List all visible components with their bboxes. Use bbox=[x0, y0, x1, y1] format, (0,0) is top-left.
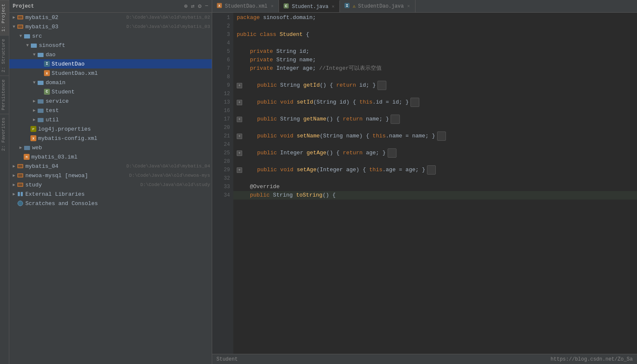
fold-btn-9[interactable]: + bbox=[237, 83, 242, 88]
tree-icon-test bbox=[37, 107, 44, 114]
token-kw: void bbox=[280, 98, 293, 107]
tree-item-test[interactable]: ▶test bbox=[9, 106, 212, 115]
code-line-16[interactable] bbox=[233, 107, 637, 115]
fold-btn-25[interactable]: + bbox=[237, 151, 242, 156]
code-line-24[interactable] bbox=[233, 140, 637, 149]
tab-Student_java_tab[interactable]: CStudent.java× bbox=[279, 0, 340, 12]
tab-close-StudentDao_xml_tab[interactable]: × bbox=[270, 3, 275, 9]
token-method: toString bbox=[296, 191, 322, 200]
token-kw: void bbox=[280, 132, 293, 140]
favorites-tab[interactable]: 2: Favorites bbox=[0, 114, 9, 154]
fold-block-29[interactable] bbox=[427, 165, 436, 175]
code-line-12[interactable] bbox=[233, 90, 637, 98]
sidebar-title: Project bbox=[13, 3, 181, 9]
code-line-6[interactable]: private String name; bbox=[233, 56, 637, 64]
tree-item-Student[interactable]: CStudent bbox=[9, 87, 212, 96]
tab-StudentDao_java_tab[interactable]: I⚠StudentDao.java× bbox=[340, 0, 415, 12]
tree-icon-newoa_mysql bbox=[17, 172, 24, 179]
code-line-34[interactable]: public String toString() { bbox=[233, 191, 637, 200]
sync-icon[interactable]: ⇄ bbox=[191, 3, 194, 10]
code-line-28[interactable] bbox=[233, 157, 637, 166]
fold-block-21[interactable] bbox=[437, 131, 446, 141]
tree-icon-web bbox=[24, 144, 30, 151]
tab-StudentDao_xml_tab[interactable]: XStudentDao.xml× bbox=[212, 0, 279, 12]
tree-item-util[interactable]: ▶util bbox=[9, 115, 212, 124]
tree-icon-service bbox=[37, 98, 44, 104]
tree-item-sinosoft[interactable]: ▼sinosoft bbox=[9, 41, 212, 50]
code-line-29[interactable]: + public void setAge(Integer age) { this… bbox=[233, 166, 637, 174]
tree-item-mybatis_03_iml[interactable]: Mmybatis_03.iml bbox=[9, 152, 212, 161]
code-line-1[interactable]: package sinosoft.domain; bbox=[233, 14, 637, 22]
code-line-33[interactable]: @Override bbox=[233, 183, 637, 191]
code-line-17[interactable]: + public String getName() { return name;… bbox=[233, 115, 637, 123]
code-line-13[interactable]: + public void setId(String id) { this.id… bbox=[233, 98, 637, 107]
tree-arrow-sinosoft: ▼ bbox=[25, 43, 30, 48]
line-num-32: 32 bbox=[212, 174, 230, 183]
token-plain bbox=[300, 81, 303, 90]
left-side-tabs: 1: Project 2: Structure Persistence 2: F… bbox=[0, 0, 9, 364]
fold-btn-13[interactable]: + bbox=[237, 100, 242, 105]
svg-rect-5 bbox=[24, 34, 27, 36]
code-content[interactable]: package sinosoft.domain;public class Stu… bbox=[233, 13, 637, 354]
code-line-20[interactable] bbox=[233, 123, 637, 132]
code-line-5[interactable]: private String id; bbox=[233, 47, 637, 56]
project-tab[interactable]: 1: Project bbox=[0, 0, 9, 35]
fold-btn-29[interactable]: + bbox=[237, 167, 242, 173]
code-line-4[interactable] bbox=[233, 39, 637, 47]
tree-item-domain[interactable]: ▼domain bbox=[9, 78, 212, 87]
fold-block-17[interactable] bbox=[391, 115, 399, 124]
tree-item-service[interactable]: ▶service bbox=[9, 96, 212, 106]
tree-icon-StudentDao_xml: X bbox=[44, 70, 50, 76]
minimize-icon[interactable]: − bbox=[205, 3, 208, 10]
persistence-tab[interactable]: Persistence bbox=[0, 76, 9, 114]
tree-item-external_libraries[interactable]: ▶External Libraries bbox=[9, 189, 212, 199]
globe-icon[interactable]: ⊕ bbox=[184, 3, 187, 10]
tree-item-study[interactable]: ▶studyD:\Code\Java\OA\old\study bbox=[9, 180, 212, 189]
code-line-8[interactable] bbox=[233, 73, 637, 81]
token-plain: () { bbox=[326, 115, 343, 123]
tree-item-web[interactable]: ▶web bbox=[9, 143, 212, 152]
tree-item-StudentDao[interactable]: IStudentDao bbox=[9, 59, 212, 68]
tree-icon-mybatis_config_xml: X bbox=[30, 135, 36, 141]
tab-close-StudentDao_java_tab[interactable]: × bbox=[406, 3, 411, 9]
tab-close-Student_java_tab[interactable]: × bbox=[331, 4, 336, 10]
code-line-25[interactable]: + public Integer getAge() { return age; … bbox=[233, 149, 637, 157]
tree-item-dao[interactable]: ▼dao bbox=[9, 50, 212, 59]
fold-block-13[interactable] bbox=[410, 98, 419, 107]
code-line-2[interactable] bbox=[233, 22, 637, 30]
fold-block-9[interactable] bbox=[377, 81, 386, 90]
tree-label-newoa_mysql: newoa-mysql [newoa] bbox=[25, 172, 127, 179]
svg-rect-1 bbox=[18, 16, 22, 19]
structure-tab[interactable]: 2: Structure bbox=[0, 35, 9, 76]
token-type: Integer bbox=[320, 166, 343, 174]
tree-item-newoa_mysql[interactable]: ▶newoa-mysql [newoa]D:\Code\Java\OA\old\… bbox=[9, 171, 212, 180]
tree-item-StudentDao_xml[interactable]: XStudentDao.xml bbox=[9, 68, 212, 78]
code-line-3[interactable]: public class Student { bbox=[233, 30, 637, 39]
token-method: getAge bbox=[306, 149, 326, 157]
tree-item-log4j_properties[interactable]: Plog4j.properties bbox=[9, 124, 212, 134]
token-plain bbox=[270, 191, 273, 200]
tree-item-mybatis_03[interactable]: ▼mybatis_03D:\Code\Java\OA\old\mybatis_0… bbox=[9, 22, 212, 31]
fold-block-25[interactable] bbox=[388, 148, 396, 158]
token-plain bbox=[237, 47, 250, 56]
fold-btn-21[interactable]: + bbox=[237, 134, 242, 139]
token-kw: public bbox=[237, 30, 257, 39]
tree-icon-src bbox=[24, 33, 30, 39]
fold-btn-17[interactable]: + bbox=[237, 117, 242, 122]
settings-icon[interactable]: ⚙ bbox=[198, 3, 201, 10]
tree-item-src[interactable]: ▼src bbox=[9, 31, 212, 41]
code-line-32[interactable] bbox=[233, 174, 637, 183]
tree-item-scratches[interactable]: Scratches and Consoles bbox=[9, 199, 212, 208]
code-line-9[interactable]: + public String getId() { return id; } bbox=[233, 81, 637, 90]
code-line-21[interactable]: + public void setName(String name) { thi… bbox=[233, 132, 637, 140]
tree-item-mybatis_04[interactable]: ▶mybatis_04D:\Code\Java\OA\old\mybatis_0… bbox=[9, 161, 212, 171]
line-num-20: 20 bbox=[212, 123, 230, 132]
tab-bar: XStudentDao.xml×CStudent.java×I⚠StudentD… bbox=[212, 0, 637, 13]
token-cmt: //Integer可以表示空值 bbox=[319, 64, 382, 73]
tree-item-mybatis_config_xml[interactable]: Xmybatis-config.xml bbox=[9, 134, 212, 143]
code-line-7[interactable]: private Integer age; //Integer可以表示空值 bbox=[233, 64, 637, 73]
tree-icon-mybatis_02 bbox=[17, 14, 24, 21]
tab-icon-StudentDao_java_tab: I bbox=[344, 3, 350, 10]
token-plain bbox=[244, 132, 257, 140]
tree-item-mybatis_02[interactable]: ▶mybatis_02D:\Code\Java\OA\old\mybatis_0… bbox=[9, 13, 212, 22]
